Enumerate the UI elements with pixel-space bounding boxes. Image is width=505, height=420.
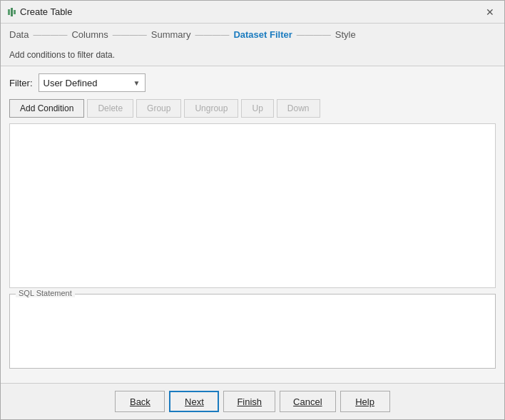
subtitle-text: Add conditions to filter data. (1, 46, 504, 66)
table-icon (8, 8, 16, 16)
finish-button[interactable]: Finish (223, 391, 275, 412)
group-button[interactable]: Group (136, 99, 181, 118)
tab-columns[interactable]: Columns (71, 29, 108, 46)
help-button[interactable]: Help (340, 391, 390, 412)
create-table-dialog: Create Table ✕ Data ———— Columns ———— Su… (0, 0, 505, 420)
filter-select[interactable]: User Defined ▼ (39, 73, 146, 92)
tab-data[interactable]: Data (9, 29, 29, 46)
filter-select-value: User Defined (44, 78, 98, 88)
tab-dataset-filter[interactable]: Dataset Filter (233, 29, 292, 46)
delete-button[interactable]: Delete (87, 99, 133, 118)
nav-sep-1: ———— (33, 30, 67, 46)
nav-bar: Data ———— Columns ———— Summary ———— Data… (1, 24, 504, 46)
tab-summary[interactable]: Summary (151, 29, 191, 46)
filter-row: Filter: User Defined ▼ (9, 73, 496, 92)
up-button[interactable]: Up (241, 99, 273, 118)
footer-bar: Back Next Finish Cancel Help (1, 383, 504, 419)
ungroup-button[interactable]: Ungroup (184, 99, 238, 118)
cancel-button[interactable]: Cancel (280, 391, 335, 412)
nav-sep-4: ———— (297, 30, 331, 46)
close-button[interactable]: ✕ (483, 6, 497, 19)
title-bar: Create Table ✕ (1, 1, 504, 24)
nav-sep-3: ———— (195, 30, 229, 46)
title-bar-left: Create Table (8, 6, 72, 17)
sql-textarea[interactable] (10, 302, 495, 366)
filter-label: Filter: (9, 78, 33, 88)
down-button[interactable]: Down (277, 99, 320, 118)
tab-style[interactable]: Style (335, 29, 356, 46)
condition-toolbar: Add Condition Delete Group Ungroup Up Do… (9, 99, 496, 118)
content-area: Filter: User Defined ▼ Add Condition Del… (1, 66, 504, 383)
sql-legend: SQL Statement (16, 289, 75, 297)
add-condition-button[interactable]: Add Condition (9, 99, 84, 118)
dialog-title: Create Table (20, 6, 72, 17)
condition-area (9, 123, 496, 288)
dropdown-arrow-icon: ▼ (133, 79, 141, 87)
nav-sep-2: ———— (113, 30, 147, 46)
sql-section: SQL Statement (9, 294, 496, 369)
back-button[interactable]: Back (115, 391, 165, 412)
next-button[interactable]: Next (169, 391, 219, 412)
